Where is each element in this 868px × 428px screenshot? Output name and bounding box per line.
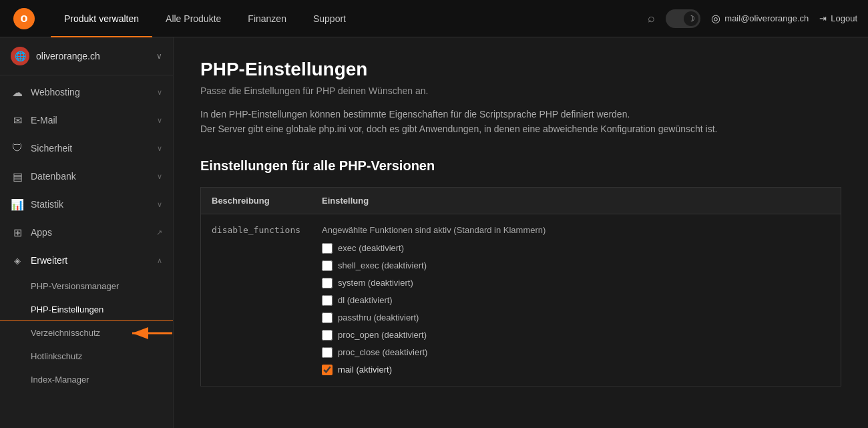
moon-icon: ☽ — [684, 11, 698, 26]
checkbox-list: exec (deaktiviert) shell_exec (deaktivie… — [322, 243, 830, 375]
account-selector[interactable]: 🌐 oliverorange.ch ∨ — [0, 37, 173, 75]
logout-icon: ⇥ — [819, 13, 827, 23]
chevron-down-icon: ∨ — [157, 88, 162, 97]
sidebar-sub-item-verzeichnisschutz[interactable]: Verzeichnisschutz — [0, 321, 173, 345]
sidebar-item-label: Apps — [31, 227, 150, 238]
sidebar-item-apps[interactable]: ⊞ Apps ↗ — [0, 218, 173, 246]
main-content: PHP-Einstellungen Passe die Einstellunge… — [174, 37, 868, 428]
sidebar-item-label: E-Mail — [31, 115, 150, 126]
function-settings: Angewählte Funktionen sind aktiv (Standa… — [311, 214, 841, 386]
chevron-down-icon: ∨ — [156, 51, 162, 61]
section-title: Einstellungen für alle PHP-Versionen — [200, 158, 841, 174]
table-row: disable_functions Angewählte Funktionen … — [201, 214, 841, 386]
top-navigation: o Produkt verwalten Alle Produkte Finanz… — [0, 0, 868, 37]
sidebar-section-main: ☁ Webhosting ∨ ✉ E-Mail ∨ 🛡 Sicherheit ∨… — [0, 75, 173, 394]
function-key: disable_functions — [201, 214, 312, 386]
checkbox-dl-input[interactable] — [322, 295, 333, 306]
nav-item-support[interactable]: Support — [300, 0, 359, 37]
checkbox-mail-input[interactable] — [322, 365, 333, 375]
functions-description: Angewählte Funktionen sind aktiv (Standa… — [322, 225, 830, 235]
page-subtitle: Passe die Einstellungen für PHP deinen W… — [200, 85, 841, 96]
sidebar-item-sicherheit[interactable]: 🛡 Sicherheit ∨ — [0, 134, 173, 162]
database-icon: ▤ — [11, 170, 24, 183]
main-layout: 🌐 oliverorange.ch ∨ ☁ Webhosting ∨ ✉ E-M… — [0, 37, 868, 428]
chevron-down-icon: ∨ — [157, 144, 162, 153]
sidebar-sub-item-index-manager[interactable]: Index-Manager — [0, 368, 173, 391]
checkbox-passthru[interactable]: passthru (deaktiviert) — [322, 312, 830, 323]
mail-icon: ✉ — [11, 114, 24, 127]
account-name: oliverorange.ch — [36, 51, 150, 61]
sidebar-item-label: Datenbank — [31, 171, 150, 182]
sidebar-item-label: Webhosting — [31, 87, 150, 97]
settings-table: Beschreibung Einstellung disable_functio… — [200, 187, 841, 387]
checkbox-system[interactable]: system (deaktiviert) — [322, 278, 830, 288]
sidebar-sub-item-php-versionsmanager[interactable]: PHP-Versionsmanager — [0, 274, 173, 298]
nav-item-produkt[interactable]: Produkt verwalten — [51, 0, 152, 37]
checkbox-system-input[interactable] — [322, 278, 333, 288]
nav-items: Produkt verwalten Alle Produkte Finanzen… — [51, 0, 648, 37]
user-icon: ◎ — [711, 12, 720, 25]
logo[interactable]: o — [11, 5, 37, 32]
sidebar-sub-item-hotlinkschutz[interactable]: Hotlinkschutz — [0, 345, 173, 368]
user-email: mail@oliverorange.ch — [724, 13, 809, 23]
logout-button[interactable]: ⇥ Logout — [819, 13, 857, 23]
nav-right: ⌕ ☽ ◎ mail@oliverorange.ch ⇥ Logout — [648, 9, 857, 28]
shield-icon: 🛡 — [11, 142, 24, 155]
checkbox-proc-close-input[interactable] — [322, 347, 333, 358]
logo-icon: o — [13, 8, 35, 29]
chevron-down-icon: ∨ — [157, 116, 162, 125]
external-link-icon: ↗ — [156, 228, 162, 237]
page-description: In den PHP-Einstellungen können bestimmt… — [200, 107, 841, 137]
checkbox-proc-close[interactable]: proc_close (deaktiviert) — [322, 347, 830, 358]
search-icon[interactable]: ⌕ — [648, 11, 655, 25]
sidebar-item-label: Erweitert — [31, 255, 150, 266]
checkbox-passthru-input[interactable] — [322, 312, 333, 323]
col-header-einstellung: Einstellung — [311, 187, 841, 214]
sidebar-item-label: Statistik — [31, 199, 150, 210]
chart-icon: 📊 — [11, 198, 24, 211]
sidebar-item-email[interactable]: ✉ E-Mail ∨ — [0, 106, 173, 134]
checkbox-shell-exec[interactable]: shell_exec (deaktiviert) — [322, 260, 830, 271]
advanced-icon: ◈ — [11, 254, 24, 267]
sidebar: 🌐 oliverorange.ch ∨ ☁ Webhosting ∨ ✉ E-M… — [0, 37, 174, 428]
sidebar-sub-item-php-einstellungen[interactable]: PHP-Einstellungen — [0, 298, 173, 321]
checkbox-mail[interactable]: mail (aktiviert) — [322, 365, 830, 375]
checkbox-dl[interactable]: dl (deaktiviert) — [322, 295, 830, 306]
apps-icon: ⊞ — [11, 226, 24, 239]
chevron-up-icon: ∧ — [157, 256, 162, 265]
cloud-icon: ☁ — [11, 85, 24, 99]
checkbox-shell-exec-input[interactable] — [322, 260, 333, 271]
col-header-beschreibung: Beschreibung — [201, 187, 312, 214]
sidebar-item-webhosting[interactable]: ☁ Webhosting ∨ — [0, 78, 173, 106]
checkbox-exec[interactable]: exec (deaktiviert) — [322, 243, 830, 254]
checkbox-exec-input[interactable] — [322, 243, 333, 254]
page-title: PHP-Einstellungen — [200, 59, 841, 80]
user-info: ◎ mail@oliverorange.ch — [711, 12, 809, 25]
sidebar-item-datenbank[interactable]: ▤ Datenbank ∨ — [0, 162, 173, 190]
sidebar-item-erweitert[interactable]: ◈ Erweitert ∧ — [0, 246, 173, 274]
theme-toggle[interactable]: ☽ — [666, 9, 700, 28]
nav-item-finanzen[interactable]: Finanzen — [234, 0, 300, 37]
erweitert-sub-items: PHP-Versionsmanager PHP-Einstellungen Ve… — [0, 274, 173, 391]
sidebar-item-statistik[interactable]: 📊 Statistik ∨ — [0, 190, 173, 218]
checkbox-proc-open[interactable]: proc_open (deaktiviert) — [322, 330, 830, 341]
checkbox-proc-open-input[interactable] — [322, 330, 333, 341]
chevron-down-icon: ∨ — [157, 172, 162, 181]
chevron-down-icon: ∨ — [157, 200, 162, 209]
nav-item-alle[interactable]: Alle Produkte — [152, 0, 234, 37]
account-icon: 🌐 — [11, 47, 29, 65]
sidebar-item-label: Sicherheit — [31, 143, 150, 154]
